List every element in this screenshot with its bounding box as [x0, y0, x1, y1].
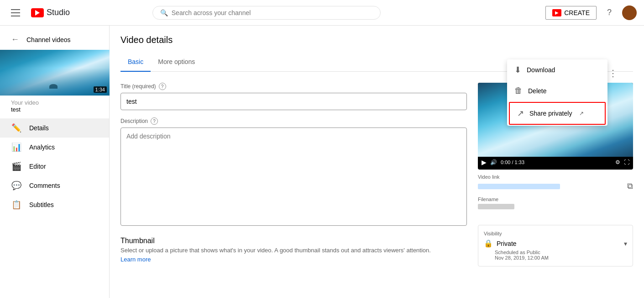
video-thumbnail: 1:34: [0, 50, 110, 96]
filename-row: Filename: [478, 197, 633, 209]
sidebar-nav: ✏️ Details 📊 Analytics 🎬 Editor 💬 Commen…: [0, 117, 109, 214]
details-label: Details: [29, 124, 49, 132]
title-field: [120, 93, 467, 110]
your-video-label: Your video: [0, 96, 109, 106]
logo: Studio: [31, 8, 70, 17]
sidebar-item-editor[interactable]: 🎬 Editor: [0, 157, 109, 176]
logo-text: Studio: [47, 8, 70, 17]
time-display: 0:00 / 1:33: [501, 160, 612, 165]
dropdown-download[interactable]: ⬇ Download: [507, 59, 607, 80]
sidebar-item-comments[interactable]: 💬 Comments: [0, 176, 109, 195]
video-link-label: Video link: [478, 174, 633, 180]
learn-more-link[interactable]: Learn more: [120, 256, 151, 263]
share-icon: ↗: [517, 108, 524, 118]
search-input[interactable]: [172, 9, 373, 16]
description-help-icon[interactable]: ?: [151, 117, 158, 125]
editor-label: Editor: [29, 163, 46, 170]
title-label: Title (required) ?: [120, 83, 467, 90]
visibility-label: Visibility: [484, 231, 627, 236]
fullscreen-button[interactable]: ⛶: [624, 159, 629, 165]
avatar[interactable]: [622, 5, 637, 20]
sidebar: ← Channel videos 1:34 Your video test ✏️…: [0, 26, 110, 298]
thumbnail-section: Thumbnail Select or upload a picture tha…: [120, 237, 467, 263]
title-field-group: Title (required) ?: [120, 83, 467, 110]
scheduled-date: Nov 28, 2019, 12:00 AM: [495, 255, 549, 261]
sidebar-item-analytics[interactable]: 📊 Analytics: [0, 138, 109, 157]
visibility-text: Private: [497, 240, 517, 247]
tab-more-options[interactable]: More options: [151, 53, 202, 72]
sidebar-item-subtitles[interactable]: 📋 Subtitles: [0, 195, 109, 214]
dropdown-menu: ⬇ Download 🗑 Delete ↗ Share privately ↗: [507, 59, 607, 126]
create-button[interactable]: ▶ CREATE: [545, 6, 597, 20]
subtitles-icon: 📋: [11, 200, 22, 210]
visibility-dropdown-arrow[interactable]: ▾: [624, 240, 627, 247]
back-label: Channel videos: [26, 36, 71, 43]
tab-basic[interactable]: Basic: [120, 53, 151, 72]
dropdown-share[interactable]: ↗ Share privately ↗: [509, 102, 606, 125]
copy-icon[interactable]: ⧉: [627, 181, 633, 191]
editor-icon: 🎬: [11, 161, 22, 171]
video-controls: ▶ 🔊 0:00 / 1:33 ⚙ ⛶: [478, 157, 633, 168]
current-time: 0:00: [501, 160, 510, 165]
visibility-value: 🔒 Private: [484, 239, 517, 248]
download-icon: ⬇: [514, 65, 521, 75]
scheduled-info: Scheduled as Public Nov 28, 2019, 12:00 …: [484, 250, 627, 261]
sidebar-item-details[interactable]: ✏️ Details: [0, 118, 109, 138]
visibility-box: Visibility 🔒 Private ▾ Scheduled as Publ…: [478, 225, 633, 266]
search-icon: 🔍: [160, 9, 168, 16]
details-icon: ✏️: [11, 123, 22, 133]
header-left: Studio: [7, 5, 70, 20]
dropdown-delete[interactable]: 🗑 Delete: [507, 80, 607, 101]
comments-icon: 💬: [11, 181, 22, 191]
video-link-row: Video link ⧉: [478, 174, 633, 191]
youtube-icon: [31, 8, 44, 17]
search-area: 🔍: [152, 6, 381, 20]
back-button[interactable]: ← Channel videos: [0, 29, 109, 50]
description-label-text: Description: [120, 118, 148, 124]
scheduled-label: Scheduled as Public: [495, 250, 540, 255]
filename-value: [478, 204, 514, 209]
download-label: Download: [527, 66, 555, 74]
delete-label: Delete: [528, 87, 546, 95]
play-button[interactable]: ▶: [482, 159, 487, 166]
menu-button[interactable]: [7, 5, 24, 20]
analytics-label: Analytics: [29, 144, 55, 151]
left-panel: Title (required) ? Description ?: [120, 83, 467, 266]
create-icon: ▶: [552, 9, 561, 16]
total-time: 1:33: [515, 160, 524, 165]
title-help-icon[interactable]: ?: [159, 83, 166, 90]
header-right: ▶ CREATE ?: [545, 5, 637, 20]
settings-button[interactable]: ⚙: [615, 159, 620, 165]
page-title: Video details: [120, 35, 633, 45]
sidebar-video-name: test: [0, 106, 109, 117]
help-button[interactable]: ?: [602, 5, 617, 20]
header: Studio 🔍 ▶ CREATE ?: [0, 0, 644, 26]
filename-label: Filename: [478, 197, 633, 202]
thumbnail-title: Thumbnail: [120, 237, 467, 245]
comments-label: Comments: [29, 182, 60, 189]
back-arrow-icon: ←: [11, 35, 19, 44]
external-link-icon: ↗: [579, 110, 584, 117]
private-icon: 🔒: [484, 239, 493, 248]
description-label: Description ?: [120, 117, 467, 125]
title-label-text: Title (required): [120, 83, 156, 90]
title-input[interactable]: [126, 98, 461, 105]
search-box: 🔍: [152, 6, 381, 20]
description-field: [120, 128, 467, 226]
volume-button[interactable]: 🔊: [490, 159, 497, 165]
delete-icon: 🗑: [514, 86, 523, 96]
subtitles-label: Subtitles: [29, 201, 54, 208]
video-duration: 1:34: [94, 86, 107, 93]
analytics-icon: 📊: [11, 142, 22, 152]
description-field-group: Description ?: [120, 117, 467, 226]
video-link-value: [478, 184, 560, 189]
share-label: Share privately: [529, 110, 572, 117]
video-info: Video link ⧉ Filename: [478, 170, 633, 219]
thumbnail-description: Select or upload a picture that shows wh…: [120, 247, 467, 254]
description-input[interactable]: [126, 133, 461, 219]
create-label: CREATE: [564, 9, 590, 16]
visibility-header: 🔒 Private ▾: [484, 239, 627, 248]
